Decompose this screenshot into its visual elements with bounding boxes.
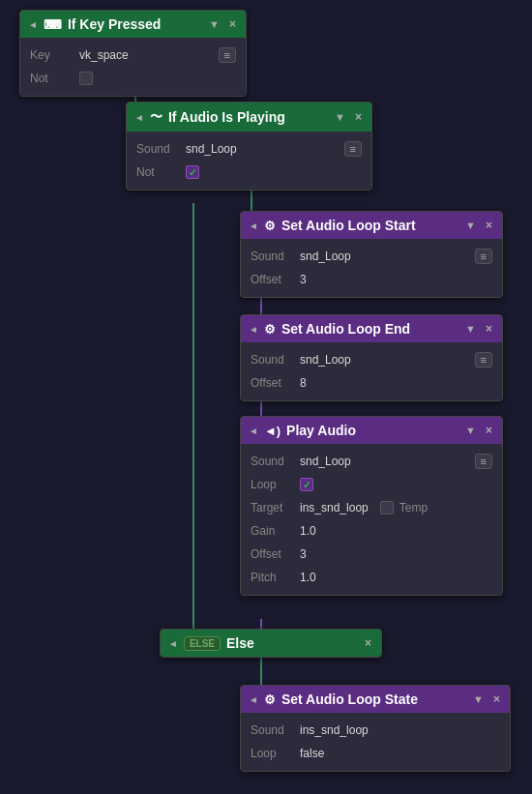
key-doc-button[interactable]: ≡ [219, 47, 236, 63]
collapse-arrow-icon[interactable]: ◄ [168, 638, 178, 649]
offset-value: 3 [300, 273, 307, 286]
play-audio-node: ◄ ◄) Play Audio ▼ × Sound snd_Loop ≡ Loo… [240, 416, 503, 596]
play-audio-title: Play Audio [286, 423, 458, 438]
audio-play-icon: ◄) [264, 424, 281, 438]
collapse-arrow-icon[interactable]: ◄ [134, 112, 144, 123]
offset-value: 8 [300, 376, 307, 390]
sound-value: snd_Loop [300, 353, 351, 367]
collapse-arrow-icon[interactable]: ◄ [249, 221, 258, 231]
sound-value: ins_snd_loop [300, 723, 369, 737]
gain-value: 1.0 [300, 524, 316, 538]
if-audio-playing-title: If Audio Is Playing [168, 109, 327, 125]
sound-doc-button[interactable]: ≡ [475, 352, 492, 368]
else-badge: ELSE [184, 636, 221, 651]
not-label: Not [136, 165, 180, 179]
offset-label: Offset [251, 547, 294, 561]
set-audio-loop-end-title: Set Audio Loop End [281, 321, 458, 337]
loop-value: false [300, 747, 324, 760]
else-title: Else [226, 635, 357, 651]
loop-label: Loop [251, 747, 294, 760]
else-node: ◄ ELSE Else × [160, 629, 382, 658]
collapse-arrow-icon[interactable]: ◄ [249, 694, 258, 705]
not-checkbox[interactable] [79, 72, 93, 85]
gear-icon: ⚙ [264, 219, 276, 233]
if-key-pressed-title: If Key Pressed [68, 16, 201, 32]
play-audio-menu-icon[interactable]: ▼ [463, 425, 478, 436]
set-audio-loop-state-close-icon[interactable]: × [491, 692, 502, 706]
set-audio-loop-state-body: Sound ins_snd_loop Loop false [241, 713, 510, 771]
offset-value: 3 [300, 547, 307, 561]
set-audio-loop-end-close-icon[interactable]: × [484, 322, 494, 336]
audio-wave-icon: 〜 [150, 108, 163, 126]
set-audio-loop-start-title: Set Audio Loop Start [281, 218, 458, 233]
pitch-label: Pitch [251, 571, 294, 584]
sound-row: Sound snd_Loop ≡ [241, 245, 502, 268]
offset-row: Offset 8 [241, 371, 502, 395]
target-value: ins_snd_loop [300, 501, 369, 515]
set-audio-loop-state-node: ◄ ⚙ Set Audio Loop State ▼ × Sound ins_s… [240, 685, 511, 772]
else-close-icon[interactable]: × [363, 636, 373, 650]
play-audio-close-icon[interactable]: × [484, 424, 494, 437]
play-audio-body: Sound snd_Loop ≡ Loop ✓ Target ins_snd_l… [241, 444, 502, 595]
loop-checkbox[interactable]: ✓ [300, 478, 313, 491]
sound-row: Sound snd_Loop ≡ [241, 348, 502, 371]
gain-label: Gain [251, 524, 294, 538]
if-audio-playing-node: ◄ 〜 If Audio Is Playing ▼ × Sound snd_Lo… [126, 102, 372, 191]
loop-row: Loop ✓ [241, 473, 502, 496]
temp-label: Temp [399, 501, 428, 515]
offset-label: Offset [251, 273, 294, 286]
if-audio-playing-body: Sound snd_Loop ≡ Not ✓ [127, 132, 371, 190]
set-audio-loop-end-node: ◄ ⚙ Set Audio Loop End ▼ × Sound snd_Loo… [240, 314, 503, 401]
if-key-pressed-header: ◄ ⌨ If Key Pressed ▼ × [20, 11, 246, 38]
target-row: Target ins_snd_loop Temp [241, 496, 502, 519]
not-label: Not [30, 72, 74, 85]
loop-label: Loop [251, 478, 294, 491]
gear-icon: ⚙ [264, 692, 276, 707]
set-audio-loop-end-menu-icon[interactable]: ▼ [463, 323, 478, 335]
set-audio-loop-start-body: Sound snd_Loop ≡ Offset 3 [241, 239, 502, 297]
sound-value: snd_Loop [300, 250, 351, 263]
sound-label: Sound [136, 142, 180, 156]
sound-label: Sound [251, 455, 294, 468]
sound-label: Sound [251, 353, 294, 367]
sound-row: Sound ins_snd_loop [241, 719, 510, 742]
set-audio-loop-start-close-icon[interactable]: × [484, 219, 494, 232]
sound-doc-button[interactable]: ≡ [475, 249, 492, 264]
sound-value: snd_Loop [186, 142, 237, 156]
collapse-arrow-icon[interactable]: ◄ [28, 19, 38, 30]
set-audio-loop-state-header: ◄ ⚙ Set Audio Loop State ▼ × [241, 686, 510, 713]
set-audio-loop-end-header: ◄ ⚙ Set Audio Loop End ▼ × [241, 315, 502, 342]
key-value: vk_space [79, 48, 129, 62]
set-audio-loop-start-menu-icon[interactable]: ▼ [463, 220, 478, 231]
set-audio-loop-start-header: ◄ ⚙ Set Audio Loop Start ▼ × [241, 212, 502, 239]
pitch-row: Pitch 1.0 [241, 566, 502, 589]
collapse-arrow-icon[interactable]: ◄ [249, 426, 258, 436]
temp-checkbox[interactable] [380, 501, 394, 515]
set-audio-loop-state-menu-icon[interactable]: ▼ [471, 693, 486, 705]
sound-row: Sound snd_Loop ≡ [241, 450, 502, 473]
not-checkbox[interactable]: ✓ [186, 165, 199, 179]
if-audio-playing-header: ◄ 〜 If Audio Is Playing ▼ × [127, 103, 371, 132]
target-label: Target [251, 501, 294, 515]
play-audio-header: ◄ ◄) Play Audio ▼ × [241, 417, 502, 444]
sound-doc-button[interactable]: ≡ [475, 454, 492, 469]
pitch-value: 1.0 [300, 571, 316, 584]
if-key-pressed-menu-icon[interactable]: ▼ [207, 18, 222, 30]
key-label: Key [30, 48, 74, 62]
if-audio-playing-menu-icon[interactable]: ▼ [333, 111, 347, 123]
offset-row: Offset 3 [241, 268, 502, 291]
not-row: Not ✓ [127, 161, 371, 184]
sound-value: snd_Loop [300, 455, 351, 468]
keyboard-icon: ⌨ [44, 17, 62, 32]
loop-row: Loop false [241, 742, 510, 765]
sound-label: Sound [251, 723, 294, 737]
if-key-pressed-close-icon[interactable]: × [227, 17, 238, 31]
if-audio-playing-close-icon[interactable]: × [353, 110, 364, 124]
offset-label: Offset [251, 376, 294, 390]
collapse-arrow-icon[interactable]: ◄ [249, 324, 258, 335]
sound-doc-button[interactable]: ≡ [344, 141, 362, 157]
gain-row: Gain 1.0 [241, 519, 502, 543]
set-audio-loop-end-body: Sound snd_Loop ≡ Offset 8 [241, 342, 502, 400]
else-header: ◄ ELSE Else × [161, 630, 381, 657]
sound-label: Sound [251, 250, 294, 263]
